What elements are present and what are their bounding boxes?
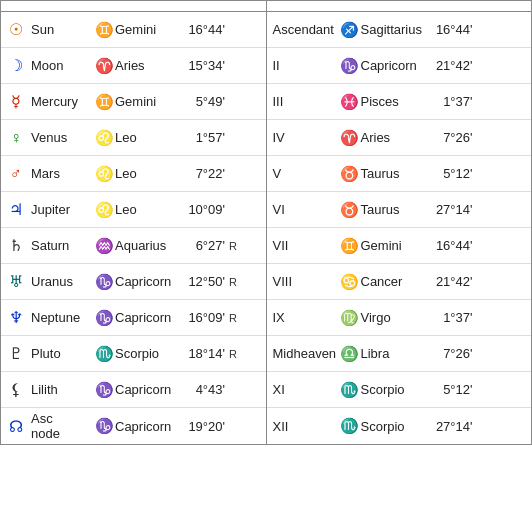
sign-name: Gemini — [115, 94, 185, 109]
left-row: ♅ Uranus ♑ Capricorn 12°50' R — [1, 264, 266, 300]
sign-name: Capricorn — [115, 310, 185, 325]
house-name: II — [267, 58, 339, 73]
sign-name: Leo — [115, 166, 185, 181]
sign-name: Aquarius — [115, 238, 185, 253]
planet-symbol: ♀ — [1, 129, 31, 147]
right-row: V ♉ Taurus 5°12' — [267, 156, 532, 192]
sign-symbol: ♈ — [93, 57, 115, 75]
sign-symbol: ♏ — [93, 345, 115, 363]
planet-name: Sun — [31, 22, 93, 37]
planet-symbol: ☊ — [1, 417, 31, 436]
planet-name: Ascnode — [31, 411, 93, 441]
sign-name: Leo — [115, 130, 185, 145]
planet-name: Pluto — [31, 346, 93, 361]
sign-name: Capricorn — [115, 382, 185, 397]
sign-symbol: ♋ — [339, 273, 361, 291]
sign-symbol: ♌ — [93, 201, 115, 219]
degree: 5°49' — [185, 94, 229, 109]
degree: 19°20' — [185, 419, 229, 434]
main-container: ☉ Sun ♊ Gemini 16°44' ☽ Moon ♈ Aries 15°… — [0, 0, 532, 445]
planet-symbol: ☽ — [1, 56, 31, 75]
planet-symbol: ♂ — [1, 165, 31, 183]
right-row: Midheaven ♎ Libra 7°26' — [267, 336, 532, 372]
sign-symbol: ♌ — [93, 165, 115, 183]
right-row: XII ♏ Scorpio 27°14' — [267, 408, 532, 444]
sign-symbol: ♓ — [339, 93, 361, 111]
retro: R — [229, 240, 243, 252]
sign-name: Capricorn — [115, 274, 185, 289]
sign-symbol: ♌ — [93, 129, 115, 147]
sign-name: Sagittarius — [361, 22, 433, 37]
sign-name: Aries — [361, 130, 433, 145]
main-table: ☉ Sun ♊ Gemini 16°44' ☽ Moon ♈ Aries 15°… — [1, 12, 531, 444]
sign-name: Taurus — [361, 202, 433, 217]
left-panel: ☉ Sun ♊ Gemini 16°44' ☽ Moon ♈ Aries 15°… — [1, 12, 267, 444]
house-name: IX — [267, 310, 339, 325]
sign-name: Scorpio — [115, 346, 185, 361]
sign-name: Libra — [361, 346, 433, 361]
sign-symbol: ♊ — [339, 237, 361, 255]
retro: R — [229, 348, 243, 360]
degree: 7°26' — [433, 346, 477, 361]
sign-name: Gemini — [115, 22, 185, 37]
planet-name: Saturn — [31, 238, 93, 253]
house-name: Ascendant — [267, 22, 339, 37]
sign-symbol: ♎ — [339, 345, 361, 363]
planet-symbol: ☉ — [1, 20, 31, 39]
degree: 5°12' — [433, 382, 477, 397]
degree: 27°14' — [433, 202, 477, 217]
sign-name: Virgo — [361, 310, 433, 325]
planet-name: Venus — [31, 130, 93, 145]
degree: 21°42' — [433, 58, 477, 73]
sign-symbol: ♑ — [93, 309, 115, 327]
degree: 6°27' — [185, 238, 229, 253]
right-panel: Ascendant ♐ Sagittarius 16°44' II ♑ Capr… — [267, 12, 532, 444]
sign-name: Cancer — [361, 274, 433, 289]
house-name: VIII — [267, 274, 339, 289]
retro: R — [229, 312, 243, 324]
sign-symbol: ♊ — [93, 93, 115, 111]
header-orb — [267, 1, 532, 11]
right-row: XI ♏ Scorpio 5°12' — [267, 372, 532, 408]
left-row: ♄ Saturn ♒ Aquarius 6°27' R — [1, 228, 266, 264]
sign-symbol: ♏ — [339, 381, 361, 399]
left-row: ♂ Mars ♌ Leo 7°22' — [1, 156, 266, 192]
sign-name: Scorpio — [361, 382, 433, 397]
degree: 18°14' — [185, 346, 229, 361]
degree: 1°37' — [433, 310, 477, 325]
planet-name: Mercury — [31, 94, 93, 109]
house-name: XII — [267, 419, 339, 434]
planet-name: Neptune — [31, 310, 93, 325]
degree: 7°26' — [433, 130, 477, 145]
left-row: ☊ Ascnode ♑ Capricorn 19°20' — [1, 408, 266, 444]
sign-name: Scorpio — [361, 419, 433, 434]
planet-symbol: ♇ — [1, 344, 31, 363]
right-row: IX ♍ Virgo 1°37' — [267, 300, 532, 336]
planet-symbol: ♃ — [1, 200, 31, 219]
left-row: ⚸ Lilith ♑ Capricorn 4°43' — [1, 372, 266, 408]
right-row: VI ♉ Taurus 27°14' — [267, 192, 532, 228]
degree: 15°34' — [185, 58, 229, 73]
degree: 10°09' — [185, 202, 229, 217]
sign-symbol: ♈ — [339, 129, 361, 147]
planet-name: Uranus — [31, 274, 93, 289]
degree: 7°22' — [185, 166, 229, 181]
sign-symbol: ♑ — [339, 57, 361, 75]
sign-name: Taurus — [361, 166, 433, 181]
sign-symbol: ♏ — [339, 417, 361, 435]
left-row: ☿ Mercury ♊ Gemini 5°49' — [1, 84, 266, 120]
planet-symbol: ♆ — [1, 308, 31, 327]
planet-symbol: ♅ — [1, 272, 31, 291]
header-row — [1, 1, 531, 12]
sign-name: Pisces — [361, 94, 433, 109]
sign-symbol: ♍ — [339, 309, 361, 327]
house-name: IV — [267, 130, 339, 145]
left-row: ♆ Neptune ♑ Capricorn 16°09' R — [1, 300, 266, 336]
degree: 4°43' — [185, 382, 229, 397]
right-row: Ascendant ♐ Sagittarius 16°44' — [267, 12, 532, 48]
house-name: III — [267, 94, 339, 109]
sign-symbol: ♑ — [93, 381, 115, 399]
degree: 12°50' — [185, 274, 229, 289]
degree: 21°42' — [433, 274, 477, 289]
sign-name: Capricorn — [115, 419, 185, 434]
